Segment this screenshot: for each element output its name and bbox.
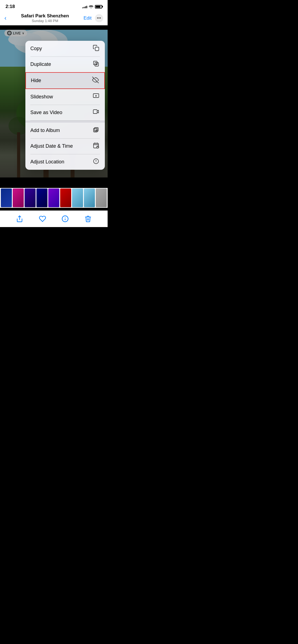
- thumbnail-1[interactable]: [1, 188, 12, 207]
- share-button[interactable]: [14, 213, 25, 224]
- nav-bar: ‹ Safari Park Shenzhen Sunday 1:48 PM Ed…: [0, 11, 108, 25]
- hide-icon: [92, 77, 99, 85]
- heart-icon: [39, 215, 46, 222]
- share-icon: [16, 215, 23, 222]
- delete-button[interactable]: [83, 213, 94, 224]
- menu-item-add-album[interactable]: Add to Album: [25, 123, 105, 138]
- thumbnail-strip: [0, 188, 108, 208]
- menu-item-adjust-location[interactable]: Adjust Location: [25, 154, 105, 170]
- ellipsis-icon: •••: [97, 16, 101, 20]
- edit-button[interactable]: Edit: [84, 15, 92, 21]
- wifi-icon: [89, 5, 93, 8]
- photo-datetime-subtitle: Sunday 1:48 PM: [21, 19, 69, 23]
- svg-rect-16: [93, 110, 97, 114]
- thumbnail-3[interactable]: [25, 188, 36, 207]
- thumbnail-4[interactable]: [36, 188, 47, 207]
- menu-item-hide-label: Hide: [31, 78, 41, 83]
- bottom-toolbar: [0, 211, 108, 227]
- nav-actions: Edit •••: [84, 14, 103, 22]
- adjust-datetime-icon: [92, 142, 100, 150]
- nav-title: Safari Park Shenzhen Sunday 1:48 PM: [21, 13, 69, 23]
- menu-item-duplicate-label: Duplicate: [30, 61, 51, 67]
- thumbnail-7[interactable]: [72, 188, 83, 207]
- menu-item-slideshow[interactable]: Slideshow: [25, 89, 105, 105]
- duplicate-icon: [92, 60, 100, 68]
- menu-item-adjust-datetime[interactable]: Adjust Date & Time: [25, 138, 105, 154]
- svg-rect-8: [95, 47, 99, 51]
- menu-section-divider-1: [25, 120, 105, 123]
- menu-item-save-video-label: Save as Video: [30, 110, 62, 115]
- battery-icon: [95, 5, 102, 9]
- svg-point-30: [96, 162, 96, 162]
- menu-item-save-video[interactable]: Save as Video: [25, 105, 105, 120]
- back-chevron: ‹: [4, 15, 6, 22]
- info-button[interactable]: [60, 213, 71, 224]
- thumbnail-9[interactable]: [96, 188, 107, 207]
- context-menu: Copy Duplicate Hide: [25, 41, 105, 170]
- copy-icon: [92, 45, 100, 53]
- trash-icon: [84, 215, 92, 222]
- heart-button[interactable]: [37, 213, 48, 224]
- menu-item-slideshow-label: Slideshow: [30, 94, 53, 100]
- thumbnail-8[interactable]: [84, 188, 95, 207]
- menu-item-adjust-location-label: Adjust Location: [30, 159, 64, 165]
- add-album-icon: [92, 126, 100, 134]
- status-icons: [82, 5, 102, 9]
- thumbnail-5[interactable]: [48, 188, 59, 207]
- save-video-icon: [92, 109, 100, 117]
- menu-item-hide[interactable]: Hide: [25, 72, 105, 89]
- menu-item-copy-label: Copy: [30, 46, 42, 52]
- menu-item-copy[interactable]: Copy: [25, 41, 105, 56]
- more-button[interactable]: •••: [95, 14, 103, 22]
- menu-item-duplicate[interactable]: Duplicate: [25, 56, 105, 72]
- photo-location-title: Safari Park Shenzhen: [21, 13, 69, 19]
- status-bar: 2:18: [0, 0, 108, 11]
- thumbnail-6[interactable]: [60, 188, 71, 207]
- slideshow-icon: [92, 93, 100, 101]
- svg-marker-15: [95, 95, 97, 97]
- thumbnail-2[interactable]: [13, 188, 24, 207]
- signal-icon: [82, 5, 87, 8]
- adjust-location-icon: [92, 158, 100, 166]
- menu-item-adjust-datetime-label: Adjust Date & Time: [30, 143, 73, 149]
- menu-item-add-album-label: Add to Album: [30, 128, 60, 133]
- info-icon: [62, 215, 69, 222]
- home-indicator: [36, 230, 72, 231]
- back-button[interactable]: ‹: [4, 15, 6, 22]
- status-time: 2:18: [6, 4, 15, 9]
